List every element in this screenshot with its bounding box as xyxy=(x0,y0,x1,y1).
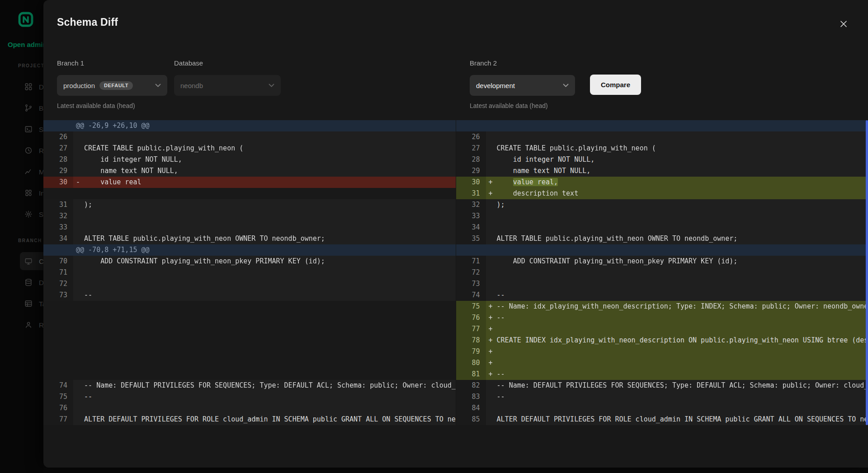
code-line xyxy=(73,188,456,199)
code-line xyxy=(486,120,868,131)
code-line: ); xyxy=(486,199,868,211)
diff-line-right: 34 xyxy=(456,222,868,233)
diff-row: 30- value real30+ value real, xyxy=(43,177,868,188)
branch1-value: production xyxy=(63,82,95,89)
line-number xyxy=(43,357,73,369)
diff-rows: @@ -26,9 +26,10 @@262627 CREATE TABLE pu… xyxy=(43,120,868,425)
code-line xyxy=(73,323,456,335)
code-line: ); xyxy=(73,199,456,211)
diff-line-right: 32 ); xyxy=(456,199,868,211)
code-line: ALTER TABLE public.playing_with_neon OWN… xyxy=(73,233,456,244)
line-number: 83 xyxy=(456,391,486,403)
line-number: 35 xyxy=(456,233,486,244)
code-line xyxy=(486,222,868,233)
chevron-down-icon xyxy=(563,84,569,87)
code-line xyxy=(486,278,868,290)
diff-line-right xyxy=(456,244,868,256)
diff-line-right: 79+ xyxy=(456,346,868,357)
code-line: -- xyxy=(73,391,456,403)
diff-line-left: 29 name text NOT NULL, xyxy=(43,165,456,177)
diff-line-left: @@ -26,9 +26,10 @@ xyxy=(43,120,456,131)
line-number xyxy=(43,188,73,199)
code-line: CREATE TABLE public.playing_with_neon ( xyxy=(73,143,456,154)
line-number xyxy=(43,120,73,131)
code-line xyxy=(73,335,456,346)
line-number: 78 xyxy=(456,335,486,346)
diff-line-right: 29 name text NOT NULL, xyxy=(456,165,868,177)
code-line xyxy=(486,403,868,414)
code-line: + xyxy=(486,357,868,369)
line-number: 31 xyxy=(456,188,486,199)
diff-row: 75 --83 -- xyxy=(43,391,868,403)
line-number: 34 xyxy=(43,233,73,244)
diff-line-left: 77 ALTER DEFAULT PRIVILEGES FOR ROLE clo… xyxy=(43,414,456,425)
code-line xyxy=(486,267,868,278)
line-number xyxy=(43,369,73,380)
code-line: name text NOT NULL, xyxy=(73,165,456,177)
line-number: 72 xyxy=(43,278,73,290)
compare-button[interactable]: Compare xyxy=(590,75,641,95)
line-number: 71 xyxy=(456,256,486,267)
code-line: ADD CONSTRAINT playing_with_neon_pkey PR… xyxy=(73,256,456,267)
code-line xyxy=(73,357,456,369)
diff-line-left xyxy=(43,346,456,357)
diff-line-right: 83 -- xyxy=(456,391,868,403)
line-number: 28 xyxy=(456,154,486,165)
line-number: 80 xyxy=(456,357,486,369)
diff-row: @@ -70,8 +71,15 @@ xyxy=(43,244,868,256)
code-line: ALTER TABLE public.playing_with_neon OWN… xyxy=(486,233,868,244)
code-line: + -- xyxy=(486,369,868,380)
code-line: + xyxy=(486,323,868,335)
diff-line-left: 74 -- Name: DEFAULT PRIVILEGES FOR SEQUE… xyxy=(43,380,456,391)
diff-row: 75+ -- Name: idx_playing_with_neon_descr… xyxy=(43,301,868,312)
diff-line-left: 33 xyxy=(43,222,456,233)
diff-line-right: 28 id integer NOT NULL, xyxy=(456,154,868,165)
line-number: 73 xyxy=(43,290,73,301)
database-select[interactable]: neondb xyxy=(174,75,281,96)
line-number: 76 xyxy=(456,312,486,323)
diff-line-right: 73 xyxy=(456,278,868,290)
diff-row: 7684 xyxy=(43,403,868,414)
word-diff-highlight: value real, xyxy=(513,178,558,186)
code-line xyxy=(73,403,456,414)
close-icon xyxy=(839,19,848,30)
diff-row: 73 --74 -- xyxy=(43,290,868,301)
diff-row: 76+ -- xyxy=(43,312,868,323)
line-number: 32 xyxy=(456,199,486,211)
diff-line-left xyxy=(43,312,456,323)
branch1-select[interactable]: production DEFAULT xyxy=(57,75,167,96)
line-number: 84 xyxy=(456,403,486,414)
code-line xyxy=(73,369,456,380)
branch1-data-meta: Latest available data (head) xyxy=(57,102,135,109)
line-number: 29 xyxy=(456,165,486,177)
line-number: 27 xyxy=(43,143,73,154)
diff-scrollbar-thumb[interactable] xyxy=(866,120,868,425)
diff-line-right: 80+ xyxy=(456,357,868,369)
code-line: -- Name: DEFAULT PRIVILEGES FOR SEQUENCE… xyxy=(73,380,456,391)
diff-line-left: 26 xyxy=(43,131,456,143)
branch2-value: development xyxy=(476,82,515,89)
code-line: + xyxy=(486,346,868,357)
code-line: id integer NOT NULL, xyxy=(73,154,456,165)
line-number xyxy=(456,120,486,131)
database-label: Database xyxy=(174,59,203,67)
diff-line-left xyxy=(43,301,456,312)
code-line xyxy=(73,278,456,290)
code-line: + -- xyxy=(486,312,868,323)
line-number: 76 xyxy=(43,403,73,414)
code-line: id integer NOT NULL, xyxy=(486,154,868,165)
diff-line-left: 76 xyxy=(43,403,456,414)
line-number xyxy=(456,244,486,256)
line-number: 81 xyxy=(456,369,486,380)
chevron-down-icon xyxy=(269,84,274,87)
diff-line-right: 76+ -- xyxy=(456,312,868,323)
diff-line-left xyxy=(43,335,456,346)
close-button[interactable] xyxy=(835,16,852,33)
code-line xyxy=(486,244,868,256)
code-line: ADD CONSTRAINT playing_with_neon_pkey PR… xyxy=(486,256,868,267)
line-number: 28 xyxy=(43,154,73,165)
diff-line-left: 73 -- xyxy=(43,290,456,301)
line-number: 75 xyxy=(43,391,73,403)
branch2-select[interactable]: development xyxy=(470,75,575,96)
diff-line-right: 81+ -- xyxy=(456,369,868,380)
